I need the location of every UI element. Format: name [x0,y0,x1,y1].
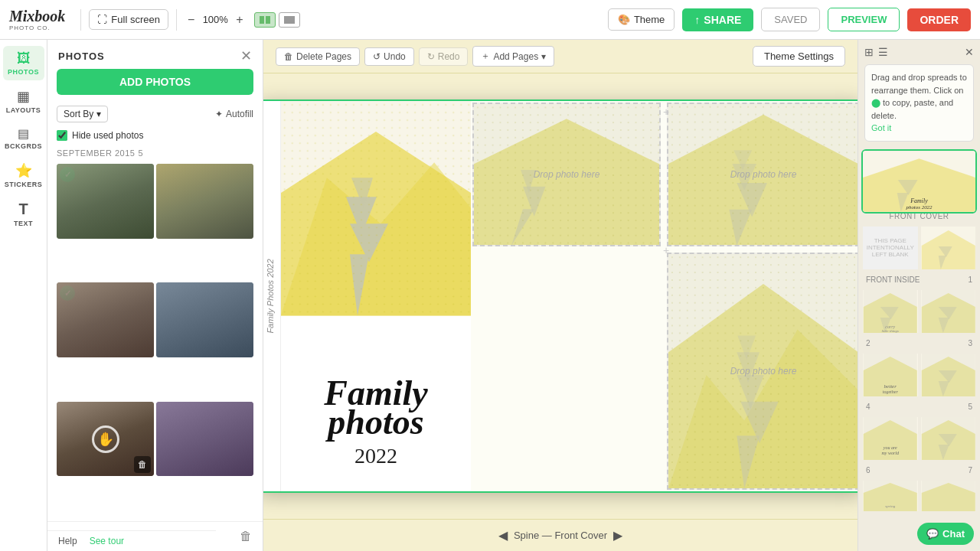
close-panel-button[interactable]: ✕ [240,49,252,63]
selected-trash-icon[interactable]: 🗑 [240,530,252,543]
theme-icon: 🎨 [618,14,630,25]
theme-button[interactable]: 🎨 Theme [608,8,675,31]
page-group-6-7: you are my world [863,417,975,474]
photo-thumb-6[interactable] [156,402,253,477]
logo-text: Mixbook [9,8,65,25]
order-button[interactable]: ORDER [907,8,971,31]
info-text-2: to copy, paste, and delete. [871,98,953,120]
tour-link[interactable]: See tour [90,536,124,546]
chat-icon: 💬 [926,528,939,540]
hide-used-checkbox[interactable] [57,130,67,141]
layout-buttons [254,12,300,28]
saved-button[interactable]: SAVED [761,8,820,31]
divider2 [176,9,177,31]
chat-button[interactable]: 💬 Chat [917,523,974,545]
panel-header: PHOTOS ✕ [47,40,263,69]
front-cover-image: Family photos 2022 [863,151,975,212]
canvas-area: 🗑 Delete Pages ↺ Undo ↻ Redo ＋ Add Pages… [263,40,858,551]
title-line2: photos [288,406,464,438]
left-page[interactable]: Family photos 2022 [281,101,471,491]
theme-settings-button[interactable]: Theme Settings [753,46,845,67]
page-3-img [921,290,976,333]
delete-pages-button[interactable]: 🗑 Delete Pages [276,47,360,66]
redo-button[interactable]: ↻ Redo [419,47,469,66]
page-next-right-img [921,481,976,511]
share-button[interactable]: ↑ SHARE [682,8,753,31]
photo-thumb-2[interactable] [156,164,253,239]
layout-btn-1[interactable] [254,12,276,28]
svg-text:Family: Family [910,197,928,204]
page-group-next: spring [863,481,975,511]
add-content-icon[interactable]: + [663,106,669,118]
right-page[interactable]: Drop photo here [471,101,858,491]
page-4-thumb[interactable]: better together [863,354,918,396]
sort-row: Sort By ▾ ✦ Autofill [47,103,263,126]
page-3-thumb[interactable] [921,290,976,333]
page-num-7: 7 [968,466,972,474]
photo-thumb-3[interactable]: ✓ [57,282,154,357]
got-it-link[interactable]: Got it [871,123,891,132]
front-cover-label: FRONT COVER [863,212,975,220]
zoom-in-button[interactable]: + [233,13,246,27]
delete-icon: 🗑 [284,51,293,62]
layout-btn-2[interactable] [279,12,300,28]
page-5-thumb[interactable] [921,354,976,396]
sidebar-item-bckgrds[interactable]: ▤ BCKGRDS [3,122,44,155]
help-link[interactable]: Help [58,536,77,546]
front-inside-right[interactable] [921,227,976,269]
nav-prev-button[interactable]: ◀ [498,528,508,543]
photo-thumb-5[interactable]: ✋ 🗑 [57,402,154,477]
add-content-icon-2[interactable]: + [663,244,669,256]
photo-thumb-1[interactable]: ✓ [57,164,154,239]
svg-text:spring: spring [885,504,895,508]
page-2-thumb[interactable]: carry little things [863,290,918,333]
drop-zone-3[interactable]: Drop photo here [667,253,858,490]
svg-rect-2 [284,16,295,24]
layouts-label: LAYOUTS [6,106,41,114]
zoom-out-button[interactable]: − [185,13,198,27]
drop-zone-2[interactable]: Drop photo here [667,103,858,246]
front-inside-left[interactable]: THIS PAGEINTENTIONALLYLEFT BLANK [863,227,918,269]
page-next-left[interactable]: spring [863,481,918,511]
sort-by-dropdown[interactable]: Sort By ▾ [57,106,108,122]
share-label: SHARE [704,14,741,26]
sidebar-item-layouts[interactable]: ▦ LAYOUTS [3,83,44,119]
front-inside-nums: FRONT INSIDE 1 [863,274,975,284]
page-num-1: 1 [968,276,972,284]
canvas-scroll[interactable]: Family Photos 2022 [263,73,858,519]
sidebar-item-photos[interactable]: 🖼 PHOTOS [3,46,44,80]
add-pages-button[interactable]: ＋ Add Pages ▾ [472,46,554,67]
grid-view-button[interactable]: ⊞ [864,46,874,58]
add-photos-button[interactable]: ADD PHOTOS [57,69,253,95]
nav-label: Spine — Front Cover [514,530,607,541]
drop-zone-1[interactable]: Drop photo here [472,103,661,246]
undo-icon: ↺ [373,51,381,62]
front-cover-thumb[interactable]: Family photos 2022 [863,151,975,212]
fullscreen-icon: ⛶ [97,14,107,25]
sidebar-item-text[interactable]: T TEXT [3,196,44,232]
nav-next-button[interactable]: ▶ [613,528,622,543]
preview-button[interactable]: PREVIEW [828,8,900,31]
left-mountain-bg [281,101,471,316]
page-next-right[interactable] [921,481,976,511]
undo-button[interactable]: ↺ Undo [364,47,414,66]
autofill-button[interactable]: ✦ Autofill [215,109,253,119]
page-7-thumb[interactable] [921,417,976,460]
family-title: Family photos 2022 [288,377,464,468]
sort-by-label: Sort By [64,109,93,119]
list-view-button[interactable]: ☰ [878,46,888,58]
pages-6-7-pair: you are my world [863,417,975,460]
pages-4-5-nums: 4 5 [863,401,975,411]
photo-delete-5[interactable]: 🗑 [134,456,151,473]
sidebar-item-stickers[interactable]: ⭐ STICKERS [3,158,44,193]
info-text: Drag and drop spreads to rearrange them.… [871,73,967,95]
fullscreen-button[interactable]: ⛶ Full screen [89,9,168,30]
close-right-panel-button[interactable]: ✕ [965,46,974,58]
page-num-3: 3 [968,339,972,347]
photo-thumb-4[interactable] [156,282,253,357]
pages-next-pair: spring [863,481,975,511]
page-6-thumb[interactable]: you are my world [863,417,918,460]
spine: Family Photos 2022 [263,101,281,491]
info-box: Drag and drop spreads to rearrange them.… [864,64,974,142]
front-inside-right-img [921,227,976,269]
